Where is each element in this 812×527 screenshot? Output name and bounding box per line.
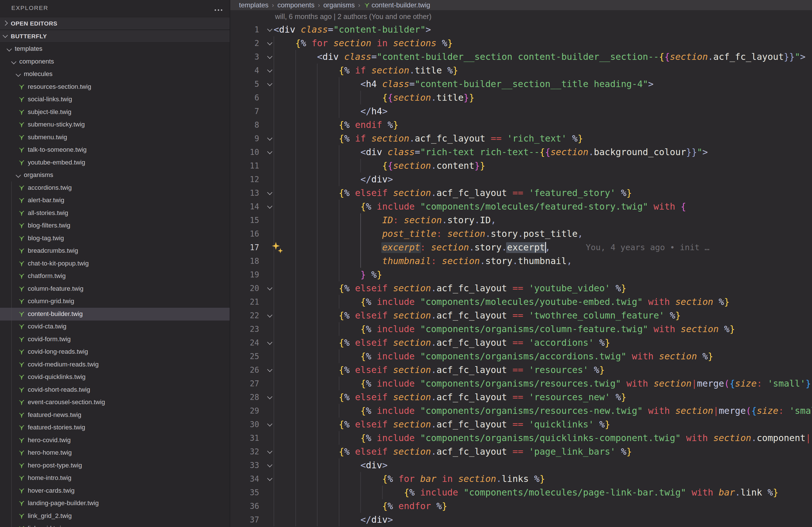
fold-chevron-icon[interactable] <box>267 190 272 195</box>
code-line-28[interactable]: 28 {% elseif section.acf_fc_layout == 'r… <box>230 390 812 404</box>
tree-folder-components[interactable]: components <box>0 55 230 68</box>
fold-chevron-icon[interactable] <box>267 67 272 72</box>
code-line-31[interactable]: 31 {% include "components/organisms/quic… <box>230 431 812 445</box>
tree-file-covid-quicklinks.twig[interactable]: covid-quicklinks.twig <box>0 371 230 384</box>
tree-file-featured-news.twig[interactable]: featured-news.twig <box>0 409 230 422</box>
code-line-4[interactable]: 4 {% if section.title %} <box>230 63 812 77</box>
fold-chevron-icon[interactable] <box>267 135 272 140</box>
fold-chevron-icon[interactable] <box>267 340 272 345</box>
fold-chevron-icon[interactable] <box>267 421 272 426</box>
tree-file-event-carousel-section.twig[interactable]: event-carousel-section.twig <box>0 396 230 409</box>
fold-chevron-icon[interactable] <box>267 462 272 467</box>
code-line-20[interactable]: 20 {% elseif section.acf_fc_layout == 'y… <box>230 281 812 295</box>
tree-folder-organisms[interactable]: organisms <box>0 169 230 182</box>
tree-file-talk-to-someone.twig[interactable]: talk-to-someone.twig <box>0 143 230 156</box>
code-line-27[interactable]: 27 {% include "components/organisms/reso… <box>230 377 812 390</box>
code-line-10[interactable]: 10 <div class="rich-text rich-text--{{se… <box>230 145 812 159</box>
code-line-16[interactable]: 16 post_title: section.story.post_title, <box>230 227 812 241</box>
tree-file-accordions.twig[interactable]: accordions.twig <box>0 182 230 194</box>
tree-file-covid-long-reads.twig[interactable]: covid-long-reads.twig <box>0 345 230 358</box>
open-editors-header[interactable]: OPEN EDITORS <box>0 17 230 30</box>
code-line-25[interactable]: 25 {% include "components/organisms/acco… <box>230 350 812 363</box>
tree-file-blog-tag.twig[interactable]: blog-tag.twig <box>0 232 230 245</box>
tree-folder-molecules[interactable]: molecules <box>0 68 230 81</box>
code-line-30[interactable]: 30 {% elseif section.acf_fc_layout == 'q… <box>230 417 812 431</box>
tree-file-covid-form.twig[interactable]: covid-form.twig <box>0 333 230 346</box>
tree-file-hover-cards.twig[interactable]: hover-cards.twig <box>0 484 230 497</box>
code-line-22[interactable]: 22 {% elseif section.acf_fc_layout == 't… <box>230 309 812 322</box>
code-line-5[interactable]: 5 <h4 class="content-builder__section__t… <box>230 77 812 91</box>
tree-file-hero-post-type.twig[interactable]: hero-post-type.twig <box>0 459 230 472</box>
code-line-1[interactable]: 1<div class="content-builder"> <box>230 23 812 36</box>
code-line-23[interactable]: 23 {% include "components/organisms/colu… <box>230 322 812 336</box>
code-line-35[interactable]: 35 {% include "components/molecules/page… <box>230 486 812 499</box>
code-line-36[interactable]: 36 {% endfor %} <box>230 499 812 513</box>
fold-chevron-icon[interactable] <box>267 476 272 481</box>
fold-chevron-icon[interactable] <box>267 394 272 399</box>
tree-file-column-feature.twig[interactable]: column-feature.twig <box>0 283 230 295</box>
code-line-3[interactable]: 3 <div class="content-builder__section c… <box>230 50 812 63</box>
tree-file-landing-page-builder.twig[interactable]: landing-page-builder.twig <box>0 497 230 510</box>
code-line-32[interactable]: 32 {% elseif section.acf_fc_layout == 'p… <box>230 445 812 458</box>
tree-file-subject-tile.twig[interactable]: subject-tile.twig <box>0 106 230 118</box>
code-line-9[interactable]: 9 {% if section.acf_fc_layout == 'rich_t… <box>230 132 812 145</box>
tree-file-blog-filters.twig[interactable]: blog-filters.twig <box>0 219 230 232</box>
tree-file-link_grid_2.twig[interactable]: link_grid_2.twig <box>0 510 230 523</box>
tree-file-column-grid.twig[interactable]: column-grid.twig <box>0 295 230 308</box>
tree-file-breadcrumbs.twig[interactable]: breadcrumbs.twig <box>0 244 230 257</box>
code-line-13[interactable]: 13 {% elseif section.acf_fc_layout == 'f… <box>230 186 812 200</box>
tree-folder-templates[interactable]: templates <box>0 43 230 55</box>
code-line-26[interactable]: 26 {% elseif section.acf_fc_layout == 'r… <box>230 363 812 377</box>
fold-chevron-icon[interactable] <box>267 149 272 154</box>
code-line-12[interactable]: 12 </div> <box>230 172 812 186</box>
code-line-29[interactable]: 29 {% include "components/organisms/reso… <box>230 404 812 417</box>
tree-file-featured-stories.twig[interactable]: featured-stories.twig <box>0 421 230 434</box>
tree-file-covid-medium-reads.twig[interactable]: covid-medium-reads.twig <box>0 358 230 371</box>
tree-file-all-stories.twig[interactable]: all-stories.twig <box>0 207 230 219</box>
tree-file-link_grid.twig[interactable]: link_grid.twig <box>0 522 230 527</box>
code-line-6[interactable]: 6 {{section.title}} <box>230 91 812 104</box>
code-line-11[interactable]: 11 {{section.content}} <box>230 159 812 172</box>
tree-file-hero-covid.twig[interactable]: hero-covid.twig <box>0 434 230 447</box>
copilot-sparkle-icon[interactable] <box>272 242 284 254</box>
code-line-21[interactable]: 21 {% include "components/molecules/yout… <box>230 295 812 309</box>
tree-file-youtube-embed.twig[interactable]: youtube-embed.twig <box>0 156 230 169</box>
tree-file-chatform.twig[interactable]: chatform.twig <box>0 270 230 283</box>
workspace-root-label: BUTTERFLY <box>11 33 47 40</box>
fold-chevron-icon[interactable] <box>267 203 272 209</box>
tree-file-home-intro.twig[interactable]: home-intro.twig <box>0 472 230 484</box>
tree-file-content-builder.twig[interactable]: content-builder.twig <box>0 308 230 321</box>
tree-file-hero-home.twig[interactable]: hero-home.twig <box>0 446 230 459</box>
code-line-8[interactable]: 8 {% endif %} <box>230 118 812 132</box>
code-line-7[interactable]: 7 </h4> <box>230 104 812 118</box>
tree-file-covid-short-reads.twig[interactable]: covid-short-reads.twig <box>0 384 230 396</box>
code-line-37[interactable]: 37 </div> <box>230 513 812 526</box>
ellipsis-icon[interactable] <box>213 7 222 12</box>
code-line-2[interactable]: 2 {% for section in sections %} <box>230 36 812 50</box>
code-line-33[interactable]: 33 <div> <box>230 458 812 472</box>
tree-file-submenu-sticky.twig[interactable]: submenu-sticky.twig <box>0 118 230 131</box>
tree-file-social-links.twig[interactable]: social-links.twig <box>0 93 230 106</box>
fold-chevron-icon[interactable] <box>267 40 272 45</box>
fold-chevron-icon[interactable] <box>267 26 272 31</box>
fold-chevron-icon[interactable] <box>267 312 272 317</box>
code-text: <div class="rich-text rich-text--{{secti… <box>274 145 708 159</box>
fold-chevron-icon[interactable] <box>267 285 272 290</box>
tree-file-chat-to-kit-popup.twig[interactable]: chat-to-kit-popup.twig <box>0 257 230 270</box>
code-line-18[interactable]: 18 thumbnail: section.story.thumbnail, <box>230 254 812 268</box>
code-line-19[interactable]: 19 } %} <box>230 268 812 281</box>
fold-chevron-icon[interactable] <box>267 448 272 454</box>
tree-file-covid-cta.twig[interactable]: covid-cta.twig <box>0 320 230 333</box>
fold-chevron-icon[interactable] <box>267 367 272 372</box>
code-line-34[interactable]: 34 {% for bar in section.links %} <box>230 472 812 486</box>
code-line-24[interactable]: 24 {% elseif section.acf_fc_layout == 'a… <box>230 336 812 350</box>
tree-file-submenu.twig[interactable]: submenu.twig <box>0 131 230 144</box>
fold-chevron-icon[interactable] <box>267 54 272 59</box>
fold-chevron-icon[interactable] <box>267 81 272 86</box>
code-line-14[interactable]: 14 {% include "components/molecules/feat… <box>230 200 812 213</box>
code-line-15[interactable]: 15 ID: section.story.ID, <box>230 213 812 227</box>
workspace-root-header[interactable]: BUTTERFLY <box>0 30 230 43</box>
tree-file-alert-bar.twig[interactable]: alert-bar.twig <box>0 194 230 207</box>
code-line-17[interactable]: 17 excerpt: section.story.excerpt,You, 4… <box>230 241 812 254</box>
tree-file-resources-section.twig[interactable]: resources-section.twig <box>0 81 230 93</box>
